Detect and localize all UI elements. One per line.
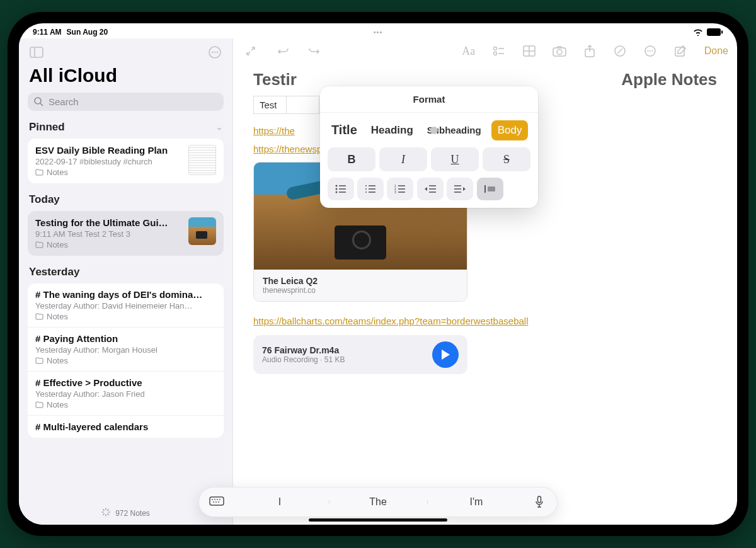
strikethrough-button[interactable]: S (483, 147, 530, 171)
redo-icon[interactable] (305, 42, 323, 60)
svg-point-20 (493, 52, 496, 55)
block-quote-button[interactable] (477, 178, 503, 200)
note-subtitle: 9:11 AM Test Test 2 Test 3 (35, 229, 182, 239)
bold-button[interactable]: B (328, 147, 375, 171)
search-input[interactable]: Search (28, 93, 224, 111)
numbered-list-button[interactable]: 123 (387, 178, 413, 200)
svg-rect-27 (585, 49, 594, 57)
svg-text:1: 1 (394, 185, 396, 188)
search-placeholder: Search (49, 96, 79, 107)
text-style-icon[interactable]: Aa (460, 42, 478, 60)
folder-icon (35, 313, 43, 320)
svg-point-34 (336, 185, 338, 187)
svg-point-31 (650, 50, 651, 52)
checklist-icon[interactable] (490, 42, 508, 60)
list-item[interactable]: # Multi-layered calendars (28, 415, 224, 438)
link[interactable]: https://the (253, 125, 295, 136)
svg-text:2: 2 (394, 187, 396, 191)
list-item[interactable]: # The waning days of DEI's domina… Yeste… (28, 283, 224, 327)
status-date: Sun Aug 20 (67, 28, 108, 37)
keyboard-switch-icon[interactable] (203, 489, 231, 515)
svg-rect-68 (538, 496, 541, 503)
list-item[interactable]: # Effective > Productive Yesterday Autho… (28, 371, 224, 415)
svg-point-67 (218, 501, 219, 503)
bulleted-list-button[interactable] (328, 178, 354, 200)
compose-icon[interactable] (672, 42, 689, 60)
note-title: ESV Daily Bible Reading Plan (35, 145, 182, 156)
svg-line-16 (103, 514, 104, 515)
svg-point-28 (615, 46, 625, 56)
wifi-icon (693, 28, 703, 36)
outdent-button[interactable] (417, 178, 444, 200)
svg-point-36 (336, 188, 338, 190)
audio-attachment[interactable]: 76 Fairway Dr.m4a Audio Recording · 51 K… (253, 335, 467, 374)
section-today-label: Today (29, 193, 60, 206)
link[interactable]: https://ballcharts.com/teams/index.php?t… (253, 316, 529, 326)
table-icon[interactable] (520, 42, 538, 60)
notes-count: 972 Notes (115, 509, 150, 518)
indent-button[interactable] (447, 178, 473, 200)
note-thumbnail (188, 217, 216, 245)
svg-line-14 (103, 510, 104, 510)
undo-icon[interactable] (275, 42, 292, 60)
dashed-list-button[interactable] (357, 178, 384, 200)
suggestion[interactable]: I'm (427, 496, 525, 508)
svg-point-8 (35, 98, 41, 104)
sidebar-title: All iCloud (19, 61, 232, 90)
note-title: # Multi-layered calendars (35, 421, 216, 432)
home-indicator[interactable] (309, 518, 447, 522)
format-popover-title: Format (320, 86, 538, 113)
svg-point-26 (557, 50, 562, 55)
chevron-down-icon[interactable]: ⌄ (216, 123, 222, 132)
italic-button[interactable]: I (379, 147, 427, 171)
today-note-item[interactable]: Testing for the Ultimate Gui… 9:11 AM Te… (28, 211, 224, 256)
svg-point-29 (645, 46, 655, 56)
svg-point-30 (647, 50, 648, 52)
svg-rect-1 (721, 31, 723, 34)
svg-line-17 (108, 510, 108, 510)
sidebar-toggle-icon[interactable] (28, 43, 45, 61)
camera-icon[interactable] (551, 42, 568, 60)
table-cell[interactable]: Test (254, 96, 287, 114)
pinned-note-item[interactable]: ESV Daily Bible Reading Plan 2022-09-17 … (28, 139, 224, 183)
note-title: # Effective > Productive (35, 377, 216, 388)
play-button[interactable] (432, 341, 459, 368)
format-popover: Format Title Heading Subheading Body B I (320, 86, 538, 208)
svg-point-4 (209, 47, 220, 58)
svg-point-38 (336, 191, 338, 193)
status-time: 9:11 AM (33, 28, 62, 37)
note-folder: Notes (47, 168, 68, 177)
note-table[interactable]: Test (253, 96, 319, 114)
note-folder: Notes (47, 400, 68, 409)
svg-point-63 (217, 499, 218, 500)
svg-rect-60 (210, 497, 224, 505)
more-icon[interactable] (641, 42, 659, 60)
more-options-icon[interactable] (206, 43, 224, 61)
suggestion[interactable]: I (231, 496, 329, 508)
share-icon[interactable] (581, 42, 598, 60)
svg-point-5 (212, 52, 213, 53)
link-preview-source: thenewsprint.co (263, 286, 458, 295)
list-item[interactable]: # Paying Attention Yesterday Author: Mor… (28, 327, 224, 371)
suggestion[interactable]: The (329, 496, 427, 508)
svg-rect-59 (488, 186, 495, 191)
svg-point-62 (214, 499, 215, 500)
done-button[interactable]: Done (704, 45, 728, 57)
dictation-icon[interactable] (525, 489, 553, 515)
note-subtitle: Yesterday Author: Jason Fried (35, 389, 216, 399)
expand-arrow-icon[interactable] (242, 42, 260, 60)
markup-icon[interactable] (611, 42, 629, 60)
underline-button[interactable]: U (431, 147, 479, 171)
style-title-button[interactable]: Title (328, 119, 361, 141)
svg-point-66 (215, 501, 217, 503)
svg-rect-22 (524, 46, 535, 56)
note-folder: Notes (47, 240, 68, 249)
style-heading-button[interactable]: Heading (367, 120, 417, 140)
note-folder: Notes (47, 356, 68, 365)
multitasking-dots-icon[interactable]: ••• (374, 28, 383, 36)
svg-rect-0 (707, 28, 721, 36)
svg-point-18 (493, 47, 496, 50)
audio-subtitle: Audio Recording · 51 KB (262, 355, 345, 364)
style-body-button[interactable]: Body (491, 120, 529, 140)
sync-spinner-icon (101, 508, 110, 518)
